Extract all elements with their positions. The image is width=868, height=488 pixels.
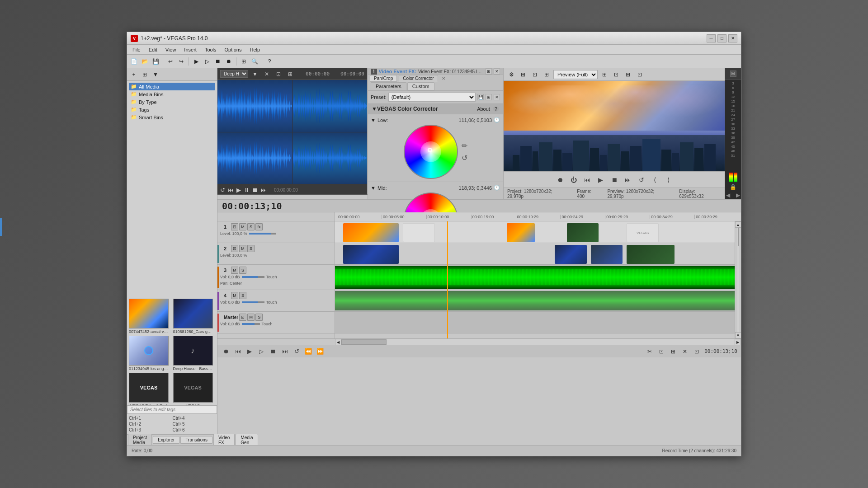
menu-edit[interactable]: Edit (145, 46, 161, 53)
tree-media-bins[interactable]: 📁 Media Bins (129, 90, 215, 98)
transport-start[interactable]: ⏪ (303, 347, 313, 357)
media-thumb-3[interactable]: ♪ (173, 336, 213, 366)
media-thumb-4[interactable]: VEGAS (129, 373, 169, 403)
preview-out-btn[interactable]: ⟩ (664, 175, 674, 185)
clip-1-3[interactable] (507, 223, 535, 242)
transport-record[interactable]: ⏺ (221, 347, 231, 357)
tool-btn4[interactable]: ✕ (680, 347, 690, 357)
tree-smart-bins[interactable]: 📁 Smart Bins (129, 113, 215, 121)
master-btn1[interactable]: ⊡ (239, 314, 246, 321)
low-expand[interactable]: ▼ (371, 117, 376, 123)
track-4-mute[interactable]: M (231, 292, 238, 299)
menu-view[interactable]: View (162, 46, 180, 53)
scroll-thumb-h[interactable] (341, 339, 387, 345)
menu-insert[interactable]: Insert (180, 46, 200, 53)
media-thumb-5[interactable]: VEGAS (173, 373, 213, 403)
preview-next-btn[interactable]: ⏭ (623, 175, 633, 185)
render-btn[interactable]: ▶ (191, 56, 201, 66)
wf-stop-btn[interactable]: ⏹ (252, 187, 258, 193)
media-import-btn[interactable]: + (129, 70, 139, 80)
master-mute[interactable]: M (247, 314, 255, 321)
menu-help[interactable]: Help (246, 46, 264, 53)
menu-file[interactable]: File (129, 46, 144, 53)
media-thumb-2[interactable] (129, 336, 169, 366)
clip-2-4[interactable] (627, 245, 675, 264)
grid-btn[interactable]: ⊞ (239, 56, 249, 66)
cc-close-x[interactable]: ✕ (442, 76, 445, 81)
preview-quality-select[interactable]: Preview (Full) (553, 70, 598, 79)
pan-crop-tab[interactable]: Pan/Crop (370, 75, 397, 82)
clip-2-1[interactable] (343, 245, 399, 264)
maximize-button[interactable]: □ (717, 34, 726, 42)
clip-1-4[interactable] (567, 223, 599, 242)
preview-btn5[interactable]: ⊞ (599, 70, 609, 80)
wf-btn1[interactable]: ▼ (250, 69, 260, 79)
track-3-mute[interactable]: M (231, 267, 238, 274)
track-4-slider[interactable] (242, 301, 264, 303)
zoom-btn[interactable]: 🔍 (250, 56, 259, 66)
tree-all-media[interactable]: 📁 All Media (129, 83, 215, 90)
custom-tab[interactable]: Custom (407, 82, 434, 90)
tool-btn3[interactable]: ⊞ (668, 347, 678, 357)
about-link[interactable]: About (477, 106, 490, 112)
menu-tools[interactable]: Tools (201, 46, 220, 53)
tab-transitions[interactable]: Transitions (180, 436, 212, 444)
preset-settings-btn[interactable]: ⊞ (486, 94, 492, 100)
track-2-mute[interactable]: M (239, 245, 246, 252)
track-4-solo[interactable]: S (239, 292, 246, 299)
scroll-v-up[interactable]: ▲ (735, 221, 741, 228)
transport-next-frame[interactable]: ⏭ (280, 347, 290, 357)
media-thumb-0[interactable] (129, 299, 169, 328)
fx-close-btn[interactable]: ✕ (494, 68, 500, 75)
vu-btn1[interactable]: M (730, 70, 736, 77)
master-solo[interactable]: S (255, 314, 263, 321)
save-btn[interactable]: 💾 (151, 56, 160, 66)
vu-right-btn[interactable]: ▶ (736, 192, 740, 198)
transport-stop[interactable]: ⏹ (268, 347, 278, 357)
scroll-h-left[interactable]: ◀ (335, 339, 341, 345)
menu-options[interactable]: Options (221, 46, 245, 53)
clip-2-3[interactable] (591, 245, 623, 264)
fx-settings-btn[interactable]: ⊞ (486, 68, 492, 75)
preset-select[interactable]: (Default) (388, 93, 476, 102)
tool-btn5[interactable]: ⊡ (692, 347, 702, 357)
track-1-fx[interactable]: fx (255, 223, 263, 230)
low-color-wheel[interactable] (404, 125, 458, 179)
scroll-h-right[interactable]: ▶ (735, 339, 741, 345)
record-btn[interactable]: ⏺ (224, 56, 234, 66)
mid-clock-icon[interactable]: 🕐 (494, 185, 500, 191)
undo-btn[interactable]: ↩ (165, 56, 175, 66)
preview-btn7[interactable]: ⊞ (623, 70, 633, 80)
clip-1-5[interactable]: VEGAS (627, 223, 659, 242)
preview-btn6[interactable]: ⊡ (611, 70, 621, 80)
track-1-mute[interactable]: M (239, 223, 246, 230)
preview-settings-btn[interactable]: ⚙ (506, 70, 516, 80)
tree-tags[interactable]: 📁 Tags (129, 106, 215, 113)
open-btn[interactable]: 📂 (140, 56, 150, 66)
deep-h-dropdown[interactable]: Deep H (220, 70, 248, 78)
low-eyedropper-btn[interactable]: ✏ (462, 141, 467, 150)
new-btn[interactable]: 📄 (129, 56, 139, 66)
params-tab[interactable]: Parameters (371, 82, 406, 90)
preview-prev-btn[interactable]: ⏮ (582, 175, 592, 185)
preview-power-btn[interactable]: ⏻ (569, 175, 579, 185)
preview-btn8[interactable]: ⊡ (635, 70, 645, 80)
wf-prev-btn[interactable]: ⏮ (228, 187, 234, 193)
play-btn[interactable]: ▷ (202, 56, 212, 66)
low-wheel-cursor[interactable] (428, 148, 432, 152)
preview-in-btn[interactable]: ⟨ (650, 175, 660, 185)
tree-by-type[interactable]: 📁 By Type (129, 98, 215, 106)
help-btn[interactable]: ? (493, 106, 499, 112)
preset-save-btn[interactable]: 💾 (477, 94, 484, 100)
preview-btn2[interactable]: ⊞ (518, 70, 528, 80)
preset-close-btn[interactable]: ✕ (494, 94, 500, 100)
clip-2-2[interactable] (555, 245, 587, 264)
scroll-v-down[interactable]: ▼ (735, 332, 741, 338)
tab-explorer[interactable]: Explorer (153, 436, 179, 444)
wf-play-btn[interactable]: ▶ (236, 187, 241, 193)
track-1-solo[interactable]: S (247, 223, 255, 230)
transport-play[interactable]: ▶ (245, 347, 255, 357)
media-filter-btn[interactable]: ▼ (151, 70, 160, 80)
help-btn[interactable]: ? (264, 56, 274, 66)
scroll-thumb-v[interactable] (738, 228, 739, 246)
